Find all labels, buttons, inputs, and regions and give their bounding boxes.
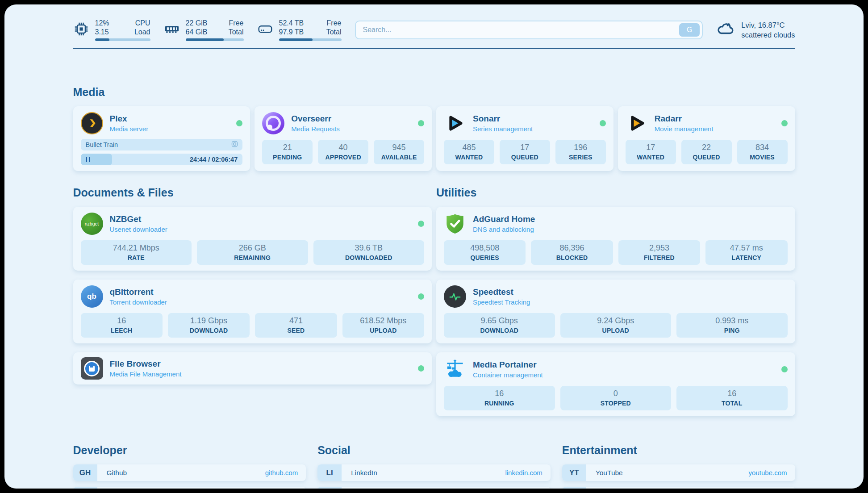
stat-tile: 0 STOPPED	[560, 386, 672, 410]
stat-label: STOPPED	[562, 400, 670, 407]
stat-tile: 196 SERIES	[555, 140, 606, 164]
link-row-netflix[interactable]: NF Netflix netflix.com	[562, 487, 795, 489]
stat-tile: 834 MOVIES	[737, 140, 788, 164]
portainer-icon	[444, 358, 466, 380]
stat-value: 0	[562, 389, 670, 398]
topbar-divider	[73, 48, 795, 49]
stat-tile: 17 WANTED	[626, 140, 676, 164]
app-card-plex[interactable]: Plex Media server Bullet Train	[73, 106, 250, 171]
google-search-button[interactable]: G	[679, 23, 700, 37]
link-url[interactable]: linkedin.com	[505, 464, 550, 481]
stat-label: WANTED	[627, 154, 674, 161]
stat-value: 39.6 TB	[315, 243, 423, 253]
stat-value: 16	[446, 389, 553, 398]
status-dot	[236, 120, 242, 126]
cpu-label-top: CPU	[135, 19, 150, 28]
stat-value: 498,508	[446, 243, 524, 253]
link-name: YouTube	[586, 464, 623, 481]
app-card-speedtest[interactable]: Speedtest Speedtest Tracking 9.65 Gbps D…	[436, 280, 795, 343]
stat-label: BLOCKED	[533, 254, 611, 261]
stat-value: 86,396	[533, 243, 611, 253]
app-card-portainer[interactable]: Media Portainer Container management 16 …	[436, 352, 795, 416]
link-url[interactable]: twitter.com	[510, 487, 551, 489]
cpu-usage-value: 12%	[95, 19, 109, 28]
stat-tile: 471 SEED	[255, 313, 337, 338]
app-card-qbittorrent[interactable]: qb qBittorrent Torrent downloader 16 LEE…	[73, 280, 432, 343]
stat-label: SERIES	[557, 154, 604, 161]
memory-progress-fill	[186, 38, 224, 41]
section-title-developer: Developer	[73, 444, 306, 457]
link-row-twitter[interactable]: TW Twitter twitter.com	[317, 487, 551, 489]
status-dot	[418, 293, 424, 300]
section-developer: Developer GH Github github.com SO StackO…	[73, 444, 306, 489]
app-subtitle: Media server	[110, 125, 149, 133]
link-url[interactable]: netflix.com	[755, 487, 795, 489]
link-name: LinkedIn	[342, 464, 377, 481]
app-card-radarr[interactable]: Radarr Movie management 17 WANTED 22 QUE…	[618, 106, 795, 171]
stat-value: 9.65 Gbps	[446, 316, 553, 326]
stat-value: 266 GB	[199, 243, 306, 253]
section-documents: Documents & Files nzbget NZBGet Usenet d…	[73, 186, 432, 416]
radarr-icon	[626, 112, 648, 134]
link-url[interactable]: github.com	[265, 464, 306, 481]
stat-value: 17	[501, 143, 548, 152]
dashboard-page: 12% CPU 3.15 Load	[4, 4, 864, 489]
stat-tile: 47.57 ms LATENCY	[705, 240, 787, 265]
stat-tile: 2,953 FILTERED	[618, 240, 700, 265]
stat-tile: 9.24 Gbps UPLOAD	[560, 313, 672, 338]
cast-icon[interactable]	[231, 140, 238, 149]
link-row-github[interactable]: GH Github github.com	[73, 464, 306, 481]
stat-value: 744.21 Mbps	[83, 243, 190, 253]
stat-value: 196	[557, 143, 604, 152]
link-url[interactable]: stackoverflow.com	[243, 487, 306, 489]
app-name: Speedtest	[473, 287, 530, 297]
stat-tile: 16 TOTAL	[676, 386, 788, 410]
status-dot	[418, 365, 424, 372]
search-input[interactable]	[363, 26, 680, 34]
app-card-nzbget[interactable]: nzbget NZBGet Usenet downloader 744.21 M…	[73, 207, 432, 271]
disk-icon	[257, 21, 273, 39]
status-dot	[600, 120, 606, 126]
app-name: Plex	[110, 114, 149, 124]
app-subtitle: Media File Management	[110, 370, 182, 378]
status-dot	[418, 120, 424, 126]
disk-free-value: 52.4 TB	[279, 19, 304, 28]
disk-widget: 52.4 TB Free 97.9 TB Total	[257, 19, 342, 41]
stat-label: RUNNING	[446, 400, 553, 407]
app-subtitle: Container management	[473, 371, 543, 379]
stat-label: PENDING	[264, 154, 311, 161]
app-subtitle: Usenet downloader	[110, 226, 167, 233]
app-card-filebrowser[interactable]: File Browser Media File Management	[73, 352, 432, 384]
stat-tile: 485 WANTED	[444, 140, 494, 164]
app-subtitle: Torrent downloader	[110, 298, 167, 306]
app-card-overseerr[interactable]: Overseerr Media Requests 21 PENDING 40 A…	[255, 106, 432, 171]
section-title-entertainment: Entertainment	[562, 444, 795, 457]
app-name: Sonarr	[473, 114, 533, 124]
link-badge: SO	[73, 487, 97, 489]
stat-value: 9.24 Gbps	[562, 316, 670, 326]
status-dot	[418, 221, 424, 227]
link-row-stackoverflow[interactable]: SO StackOverflow stackoverflow.com	[73, 487, 306, 489]
status-dot	[781, 120, 788, 126]
app-card-adguard[interactable]: AdGuard Home DNS and adblocking 498,508 …	[436, 207, 795, 271]
section-title-utilities: Utilities	[436, 186, 795, 199]
adguard-icon	[444, 213, 466, 235]
qbittorrent-icon: qb	[81, 285, 103, 308]
memory-label-top: Free	[229, 19, 244, 28]
weather-condition: scattered clouds	[741, 30, 795, 40]
disk-label-top: Free	[327, 19, 342, 28]
stat-tile: 22 QUEUED	[681, 140, 732, 164]
section-title-documents: Documents & Files	[73, 186, 432, 199]
app-name: Radarr	[655, 114, 714, 124]
link-row-youtube[interactable]: YT YouTube youtube.com	[562, 464, 795, 481]
app-card-sonarr[interactable]: Sonarr Series management 485 WANTED 17 Q…	[436, 106, 613, 171]
stat-tile: 17 QUEUED	[500, 140, 550, 164]
section-title-media: Media	[73, 86, 795, 99]
search-bar: G	[355, 21, 703, 39]
link-row-linkedin[interactable]: LI LinkedIn linkedin.com	[317, 464, 551, 481]
link-url[interactable]: youtube.com	[749, 464, 795, 481]
stat-value: 834	[739, 143, 786, 152]
top-bar: 12% CPU 3.15 Load	[73, 19, 795, 41]
nzbget-icon: nzbget	[81, 213, 103, 235]
disk-progress-bar	[279, 38, 342, 41]
